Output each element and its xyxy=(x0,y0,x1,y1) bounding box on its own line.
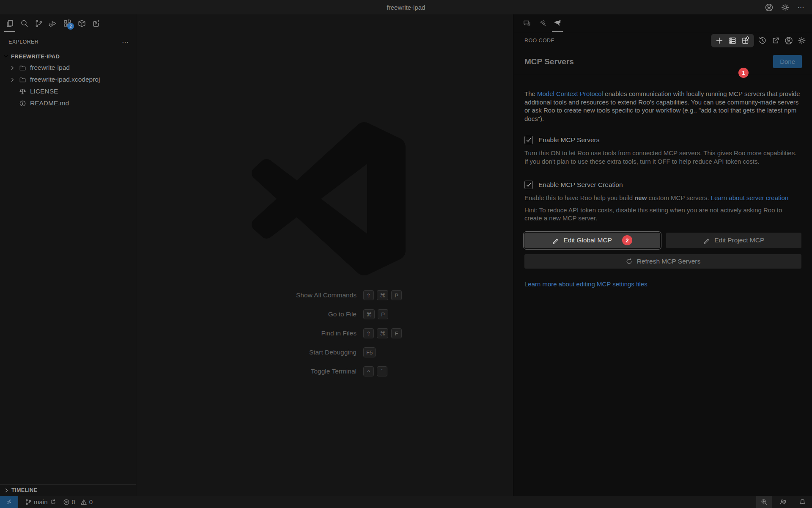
more-actions-icon[interactable]: ⋯ xyxy=(796,2,806,12)
sidebar: 2 EXPLORER ⋯ FREEWRITE-IPAD freewrite-ip… xyxy=(0,14,136,496)
learn-more-mcp-settings-link[interactable]: Learn more about editing MCP settings fi… xyxy=(524,280,647,288)
tab-comments-icon[interactable] xyxy=(519,14,535,32)
activity-source-control-icon[interactable] xyxy=(31,14,46,32)
enable-mcp-servers-checkbox[interactable]: Enable MCP Servers xyxy=(524,136,801,144)
problems-item[interactable]: 0 0 xyxy=(63,498,93,505)
intro-text: The xyxy=(524,90,537,97)
server-list-icon[interactable] xyxy=(728,36,737,45)
account-icon[interactable] xyxy=(764,2,774,12)
done-button[interactable]: Done xyxy=(773,55,802,68)
zoom-in-indicator-icon[interactable] xyxy=(756,496,772,508)
mcp-servers-grid-icon[interactable] xyxy=(741,36,750,45)
shortcut-row: Go to File ⌘ P xyxy=(223,309,427,319)
tree-item-label: freewrite-ipad xyxy=(30,64,70,71)
accounts-people-icon[interactable] xyxy=(775,496,791,508)
keycap: ` xyxy=(377,366,387,376)
pencil-icon xyxy=(552,237,559,244)
chevron-right-icon xyxy=(8,77,16,83)
open-in-editor-icon[interactable] xyxy=(771,36,780,45)
activity-explorer-icon[interactable] xyxy=(3,14,17,32)
keycap: ⌘ xyxy=(377,290,388,300)
keycap: ⇧ xyxy=(363,328,374,338)
tab-roo-code-kangaroo-icon[interactable] xyxy=(550,14,565,32)
error-count: 0 xyxy=(72,498,75,505)
page-title: MCP Servers xyxy=(524,57,574,66)
tab-chevrons-extension-icon[interactable] xyxy=(535,14,550,32)
settings-gear-icon[interactable] xyxy=(797,36,807,45)
shortcut-label: Show All Commands xyxy=(223,291,363,299)
status-bar-right xyxy=(756,496,812,508)
new-task-plus-icon[interactable] xyxy=(715,36,724,45)
title-bar-actions: ⋯ xyxy=(764,0,806,14)
warnings-icon xyxy=(80,499,87,505)
refresh-icon xyxy=(625,258,633,265)
checkbox-checked-icon xyxy=(524,136,533,144)
remote-indicator[interactable] xyxy=(0,496,18,508)
tree-item-file[interactable]: README.md xyxy=(0,97,136,109)
tree-item-label: README.md xyxy=(30,99,69,107)
folder-icon xyxy=(18,76,27,83)
checkbox-checked-icon xyxy=(524,181,533,189)
enable-mcp-server-creation-checkbox[interactable]: Enable MCP Server Creation xyxy=(524,181,801,189)
timeline-section-header[interactable]: TIMELINE xyxy=(0,484,136,496)
welcome-shortcuts: Show All Commands ⇧ ⌘ P Go to File ⌘ P F… xyxy=(223,290,427,385)
chevron-right-icon xyxy=(8,65,16,71)
status-bar: main 0 0 xyxy=(0,496,812,508)
roo-code-toolbar: ROO CODE xyxy=(513,32,812,49)
activity-extensions-icon[interactable]: 2 xyxy=(60,14,74,32)
keycap: ⇧ xyxy=(363,290,374,300)
vscode-logo-watermark xyxy=(250,122,407,276)
mcp-settings-content: The Model Context Protocol enables commu… xyxy=(513,75,812,288)
vscode-window: freewrite-ipad ⋯ xyxy=(0,0,812,508)
history-icon[interactable] xyxy=(758,36,767,45)
model-context-protocol-link[interactable]: Model Context Protocol xyxy=(537,90,603,97)
button-label: Refresh MCP Servers xyxy=(637,258,700,265)
warning-count: 0 xyxy=(89,498,93,505)
root-folder-label: FREEWRITE-IPAD xyxy=(11,53,60,60)
refresh-mcp-servers-button[interactable]: Refresh MCP Servers xyxy=(524,254,801,269)
keycap: P xyxy=(378,309,388,319)
keycap: ^ xyxy=(363,366,374,376)
people-icon xyxy=(779,498,787,506)
explorer-more-actions-icon[interactable]: ⋯ xyxy=(122,38,129,46)
bell-icon xyxy=(799,498,806,505)
sync-icon xyxy=(50,499,56,505)
tree-item-folder[interactable]: freewrite-ipad.xcodeproj xyxy=(0,74,136,85)
shortcut-row: Find in Files ⇧ ⌘ F xyxy=(223,328,427,338)
activity-bar: 2 xyxy=(0,14,136,32)
tree-item-label: LICENSE xyxy=(30,88,58,95)
magnifier-plus-icon xyxy=(760,498,768,505)
learn-server-creation-link[interactable]: Learn about server creation xyxy=(711,194,788,201)
tree-item-folder[interactable]: freewrite-ipad xyxy=(0,62,136,74)
readme-info-icon xyxy=(18,100,27,107)
folder-icon xyxy=(18,64,27,71)
description-text: custom MCP servers. xyxy=(647,194,710,201)
settings-gear-icon[interactable] xyxy=(780,2,790,12)
shortcut-row: Toggle Terminal ^ ` xyxy=(223,366,427,376)
annotation-badge-1: 1 xyxy=(738,68,749,78)
tree-item-label: freewrite-ipad.xcodeproj xyxy=(30,76,100,83)
editor-area: Show All Commands ⇧ ⌘ P Go to File ⌘ P F… xyxy=(137,14,513,496)
description-bold: new xyxy=(634,194,647,201)
shortcut-keys: ^ ` xyxy=(363,366,427,376)
edit-project-mcp-button[interactable]: Edit Project MCP xyxy=(666,233,802,248)
toolbar-icons xyxy=(711,34,807,47)
notifications-bell-icon[interactable] xyxy=(795,496,810,508)
shortcut-row: Start Debugging F5 xyxy=(223,347,427,357)
tree-item-file[interactable]: LICENSE xyxy=(0,85,136,97)
edit-global-mcp-button[interactable]: Edit Global MCP 2 xyxy=(524,233,660,248)
pencil-icon xyxy=(703,237,710,244)
timeline-label: TIMELINE xyxy=(11,487,38,493)
roo-code-panel: ROO CODE xyxy=(513,14,812,496)
account-icon[interactable] xyxy=(784,36,793,45)
activity-cube-extension-icon[interactable] xyxy=(74,14,89,32)
git-branch-item[interactable]: main xyxy=(25,498,56,505)
activity-search-icon[interactable] xyxy=(17,14,31,32)
explorer-root-folder[interactable]: FREEWRITE-IPAD xyxy=(0,51,136,62)
activity-sparkle-extension-icon[interactable] xyxy=(89,14,103,32)
shortcut-keys: F5 xyxy=(363,347,427,357)
mcp-page-header: MCP Servers Done xyxy=(513,49,812,75)
remote-icon xyxy=(5,498,13,505)
toolbar-highlight-group xyxy=(711,34,754,47)
activity-run-debug-icon[interactable] xyxy=(46,14,60,32)
